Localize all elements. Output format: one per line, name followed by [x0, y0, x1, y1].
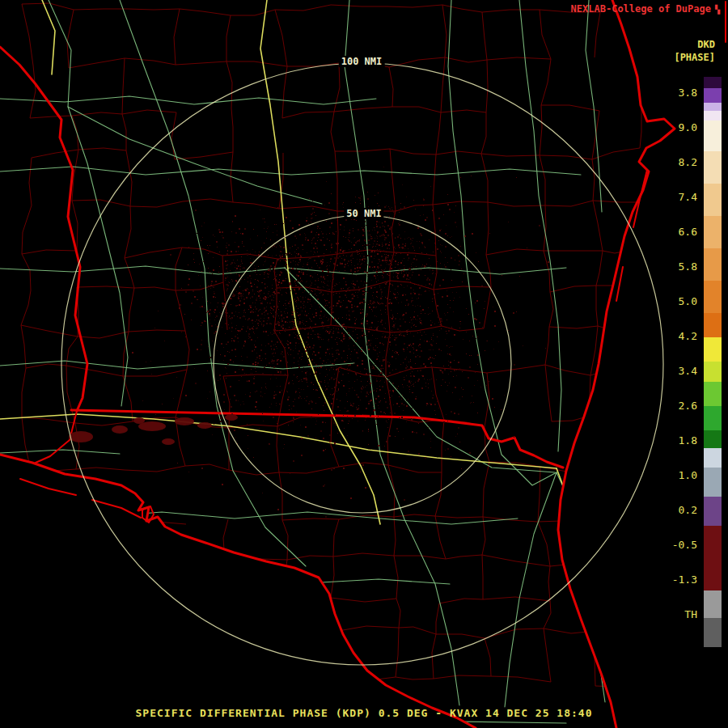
- color-scale-segment: [704, 526, 722, 590]
- color-scale-label: 0.2: [660, 505, 697, 516]
- color-scale-segment: [704, 448, 722, 468]
- color-scale-segment: [704, 313, 722, 337]
- color-scale-labels: 3.89.08.27.46.65.85.04.23.42.61.81.00.2-…: [660, 0, 697, 728]
- color-scale-label: 3.4: [660, 366, 697, 377]
- color-scale-segment: [704, 248, 722, 281]
- color-scale-segment: [704, 88, 722, 103]
- radar-map: [0, 0, 728, 728]
- color-scale-label: 7.4: [660, 192, 697, 203]
- color-scale-label: 6.6: [660, 226, 697, 238]
- color-scale-label: 9.0: [660, 122, 697, 133]
- radar-display: NEXLAB-College of DuPage▚ DKD [PHASE] 10…: [0, 0, 728, 728]
- color-scale-label: 1.8: [660, 435, 697, 447]
- color-scale-label: -0.5: [660, 540, 697, 551]
- color-scale-segment: [704, 618, 722, 647]
- color-scale-segment: [704, 406, 722, 430]
- color-scale-segment: [704, 468, 722, 497]
- color-scale-segment: [704, 184, 722, 216]
- bottom-caption: SPECIFIC DIFFERENTIAL PHASE (KDP) 0.5 DE…: [0, 707, 728, 719]
- color-scale-label: 1.0: [660, 470, 697, 481]
- color-scale-segment: [704, 103, 722, 111]
- color-scale-label: 3.8: [660, 87, 697, 99]
- color-scale-bar: [704, 77, 722, 647]
- color-scale-segment: [704, 362, 722, 382]
- color-scale-segment: [704, 337, 722, 362]
- color-scale-segment: [704, 590, 722, 618]
- color-scale-label: -1.3: [660, 574, 697, 586]
- color-scale-label: 5.8: [660, 261, 697, 273]
- range-ring-outer-label: 100 NMI: [339, 56, 385, 67]
- color-scale-segment: [704, 281, 722, 313]
- color-scale-segment: [704, 382, 722, 406]
- color-scale-label: 5.0: [660, 296, 697, 307]
- ocean: [0, 0, 728, 728]
- highways: [0, 0, 579, 552]
- nexlab-logo-icon: ▚: [715, 5, 720, 14]
- color-scale-segment: [704, 151, 722, 184]
- color-scale-segment: [704, 497, 722, 526]
- color-scale-segment: [704, 216, 722, 248]
- brand-text: NEXLAB-College of DuPage▚: [571, 3, 720, 15]
- color-scale-label: 8.2: [660, 157, 697, 168]
- color-scale-segment: [704, 77, 722, 88]
- product-code: DKD: [697, 39, 715, 50]
- color-scale-label: 4.2: [660, 331, 697, 342]
- range-ring-inner-label: 50 NMI: [344, 208, 383, 219]
- color-scale-segment: [704, 430, 722, 448]
- color-scale-label: 2.6: [660, 400, 697, 412]
- color-scale-label: TH: [660, 609, 697, 620]
- color-scale-segment: [704, 121, 722, 151]
- color-scale-segment: [704, 111, 722, 121]
